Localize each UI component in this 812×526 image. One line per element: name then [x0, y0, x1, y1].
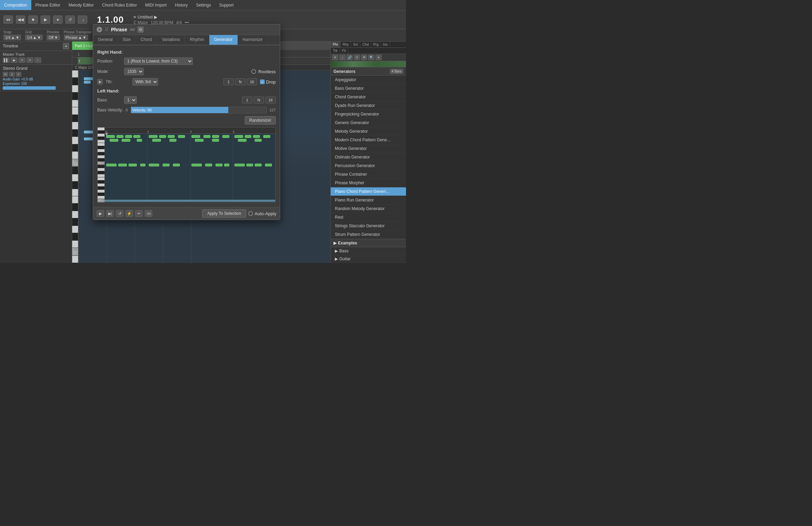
- file-arrow-icon[interactable]: ▶: [154, 14, 157, 20]
- loop-button[interactable]: ↺: [65, 15, 75, 24]
- dnote-bass-15[interactable]: [265, 164, 272, 166]
- dialog-tab-size[interactable]: Size: [118, 35, 136, 45]
- generator-ostinato[interactable]: Ostinato Generator: [331, 153, 406, 162]
- examples-header[interactable]: ▶ Examples: [331, 239, 406, 247]
- footer-pencil-button[interactable]: ✏: [135, 210, 143, 217]
- footer-db-button[interactable]: 🗃: [145, 210, 152, 217]
- dialog-settings-icon[interactable]: ⚙: [138, 26, 144, 33]
- seventh-expand-button[interactable]: ▶: [97, 79, 103, 85]
- metronome-button[interactable]: 𝅘𝅥: [78, 15, 87, 24]
- nav-midi-import[interactable]: MIDI Import: [141, 0, 171, 10]
- snap-arrow-down[interactable]: ▼: [15, 35, 19, 40]
- rp-btn-filter[interactable]: ▾: [375, 55, 382, 60]
- phrase-transpose-arrow-up[interactable]: ▲: [78, 35, 82, 40]
- dialog-tab-chord[interactable]: Chord: [136, 35, 157, 45]
- rp-tab-prg[interactable]: Prg: [371, 42, 381, 47]
- footer-step-button[interactable]: ▶|: [106, 210, 114, 217]
- dnote-bass-6[interactable]: [163, 164, 169, 166]
- dnote-28[interactable]: [238, 139, 246, 142]
- position-select[interactable]: 1 (Root Is Lowest, from C3): [124, 57, 193, 65]
- master-ctrl-play[interactable]: ▶: [11, 57, 18, 63]
- dnote-bass-14[interactable]: [255, 164, 262, 166]
- scrollbar-thumb[interactable]: [105, 200, 275, 202]
- dnote-27[interactable]: [212, 139, 219, 142]
- mode-select[interactable]: 1535: [124, 68, 144, 75]
- footer-lightning-button[interactable]: ⚡: [125, 210, 133, 217]
- generator-fingerpicking[interactable]: Fingerpicking Generator: [331, 110, 406, 119]
- randomize-button[interactable]: Randomize!: [245, 116, 276, 124]
- track-mute-button[interactable]: m: [3, 72, 8, 77]
- rp-btn-up[interactable]: ↕: [339, 55, 345, 60]
- dnote-bass-3[interactable]: [129, 164, 137, 166]
- preview-select[interactable]: Off ▼: [47, 35, 59, 40]
- dnote-21[interactable]: [110, 139, 118, 142]
- dnote-8[interactable]: [178, 135, 185, 138]
- rootless-radio[interactable]: [251, 69, 256, 74]
- seventh-select[interactable]: With 3rd: [132, 78, 158, 86]
- dnote-13[interactable]: [234, 135, 243, 138]
- generator-bass[interactable]: Bass Generator: [331, 84, 406, 93]
- dnote-2[interactable]: [117, 135, 123, 138]
- dnote-10[interactable]: [204, 135, 210, 138]
- generator-arpeggiator[interactable]: Arpeggiator: [331, 76, 406, 84]
- generator-random-melody[interactable]: Random Melody Generator: [331, 205, 406, 213]
- rp-btn-x[interactable]: ✕: [332, 55, 338, 60]
- dnote-24[interactable]: [152, 139, 161, 142]
- rp-btn-link[interactable]: 🔗: [347, 55, 353, 60]
- rp-tab-chd[interactable]: Chd: [360, 42, 371, 47]
- dnote-bass-9[interactable]: [205, 164, 212, 166]
- rp-btn-search[interactable]: 🔍: [368, 55, 374, 60]
- rp-tab-phr[interactable]: Phr: [331, 42, 341, 47]
- snap-arrow-up[interactable]: ▲: [11, 35, 15, 40]
- generator-generic[interactable]: Generic Generator: [331, 119, 406, 127]
- preview-arrow-down[interactable]: ▼: [54, 35, 58, 40]
- bass-select[interactable]: 1: [124, 96, 137, 104]
- rp-btn-eye[interactable]: 👁: [361, 55, 367, 60]
- dnote-bass-11[interactable]: [224, 164, 229, 166]
- dnote-7[interactable]: [168, 135, 175, 138]
- footer-play-button[interactable]: ▶: [97, 210, 104, 217]
- stop-button[interactable]: ■: [28, 15, 38, 24]
- dnote-9[interactable]: [191, 135, 200, 138]
- record-button[interactable]: ●: [53, 15, 63, 24]
- dnote-23[interactable]: [137, 139, 142, 142]
- dnote-16[interactable]: [263, 135, 270, 138]
- rewind-button[interactable]: ⏮: [3, 15, 13, 24]
- dnote-bass-2[interactable]: [118, 164, 127, 166]
- master-ctrl-waveform[interactable]: ▌▌: [3, 57, 10, 63]
- master-ctrl-list[interactable]: ≡: [26, 57, 33, 63]
- grid-select[interactable]: 1/4 ▲▼: [25, 35, 43, 40]
- rp-tab-rhy[interactable]: Rhy: [341, 42, 351, 47]
- phrase-transpose-arrow-down[interactable]: ▼: [83, 35, 86, 40]
- dnote-bass-12[interactable]: [234, 164, 245, 166]
- nav-history[interactable]: History: [171, 0, 192, 10]
- dialog-lines-icon[interactable]: ≡≡: [130, 27, 135, 32]
- add-track-button[interactable]: +: [63, 43, 69, 49]
- master-ctrl-volume[interactable]: V: [19, 57, 25, 63]
- generator-dyads[interactable]: Dyads Run Generator: [331, 101, 406, 110]
- generator-strings-staccato[interactable]: Strings Staccato Generator: [331, 222, 406, 230]
- rp-tab-fil[interactable]: Fil: [340, 48, 348, 54]
- grid-arrow-down[interactable]: ▼: [37, 35, 41, 40]
- dialog-tab-harmonize[interactable]: Harmonize: [238, 35, 268, 45]
- dnote-6[interactable]: [159, 135, 166, 138]
- grid-arrow-up[interactable]: ▲: [33, 35, 36, 40]
- generator-piano-chord[interactable]: Piano Chord Pattern Generi…: [331, 187, 406, 196]
- dnote-26[interactable]: [195, 139, 204, 142]
- rp-btn-refresh[interactable]: ↺: [354, 55, 360, 60]
- dialog-tab-generator[interactable]: Generator: [209, 35, 238, 45]
- pianoroll-scrollbar[interactable]: [105, 200, 275, 202]
- dnote-14[interactable]: [245, 135, 252, 138]
- generator-strum-pattern[interactable]: Strum Pattern Generator: [331, 230, 406, 239]
- play-button[interactable]: ▶: [41, 15, 50, 24]
- dialog-tab-rhythm[interactable]: Rhythm: [185, 35, 209, 45]
- nav-composition[interactable]: Composition: [0, 0, 31, 10]
- dnote-bass-7[interactable]: [173, 164, 180, 166]
- dialog-tab-general[interactable]: General: [93, 35, 118, 45]
- generator-chord[interactable]: Chord Generator: [331, 93, 406, 101]
- dialog-piano-roll[interactable]: C3 C2: [97, 127, 276, 203]
- dnote-bass-5[interactable]: [149, 164, 159, 166]
- examples-bass[interactable]: ▶ Bass: [331, 247, 406, 255]
- track-list-button[interactable]: ≡: [16, 72, 21, 77]
- dnote-bass-13[interactable]: [246, 164, 253, 166]
